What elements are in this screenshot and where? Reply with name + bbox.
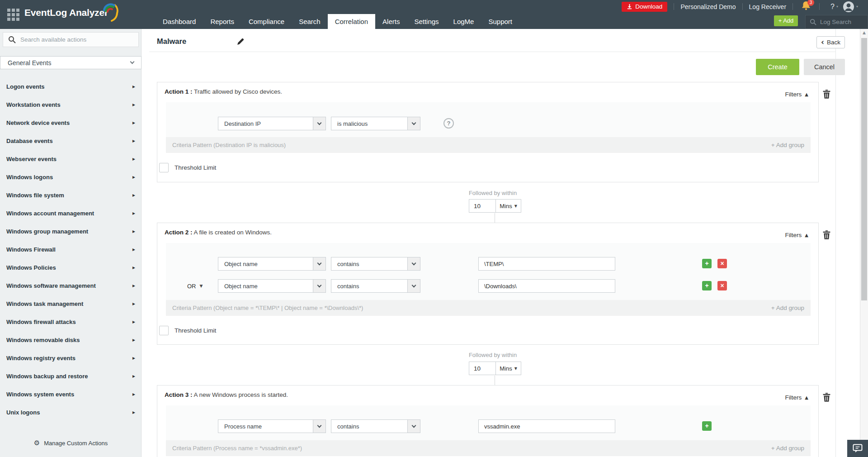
sidebar-item-windows-logons[interactable]: Windows logons▸ — [0, 168, 142, 186]
log-search-box[interactable] — [805, 15, 868, 29]
sidebar-item-windows-task-management[interactable]: Windows task management▸ — [0, 295, 142, 313]
user-menu[interactable]: ▾ — [843, 1, 860, 13]
tab-correlation[interactable]: Correlation — [328, 14, 375, 29]
filters-label: Filters — [785, 232, 802, 238]
sidebar-search-box[interactable] — [3, 32, 139, 47]
log-receiver-link[interactable]: Log Receiver — [749, 3, 787, 10]
sidebar-item-windows-backup-and-restore[interactable]: Windows backup and restore▸ — [0, 367, 142, 385]
filters-toggle[interactable]: Filters ▲ — [785, 91, 808, 98]
value-input[interactable] — [478, 279, 615, 293]
followed-by-unit-select[interactable]: Mins ▼ — [495, 199, 521, 213]
sidebar-item-windows-software-management[interactable]: Windows software management▸ — [0, 276, 142, 295]
notifications-button[interactable]: 3 — [802, 1, 810, 12]
sidebar-item-database-events[interactable]: Database events▸ — [0, 132, 142, 150]
sidebar-item-label: Windows file system — [6, 192, 64, 199]
filters-toggle[interactable]: Filters ▲ — [785, 394, 808, 401]
chevron-up-icon: ▲ — [805, 395, 808, 400]
followed-by-unit-select[interactable]: Mins ▼ — [495, 362, 521, 375]
tab-alerts[interactable]: Alerts — [375, 14, 407, 29]
delete-action-button[interactable] — [823, 90, 830, 99]
add-condition-button[interactable]: + — [702, 259, 712, 268]
criteria-strip: Criteria Pattern (Destination IP is mali… — [166, 137, 811, 153]
tab-settings[interactable]: Settings — [407, 14, 446, 29]
delete-action-button[interactable] — [823, 230, 830, 239]
sidebar-item-label: Windows registry events — [6, 355, 75, 362]
sidebar-item-windows-group-management[interactable]: Windows group management▸ — [0, 222, 142, 240]
manage-custom-actions-button[interactable]: ⚙ Manage Custom Actions — [0, 435, 142, 451]
filters-label: Filters — [785, 394, 802, 401]
add-group-button[interactable]: + Add group — [771, 142, 804, 148]
sidebar-item-windows-file-system[interactable]: Windows file system▸ — [0, 186, 142, 204]
tab-dashboard[interactable]: Dashboard — [156, 14, 203, 29]
tab-support[interactable]: Support — [481, 14, 519, 29]
rule-title: Malware — [157, 37, 186, 46]
scrollbar-thumb[interactable] — [861, 38, 867, 300]
sidebar-item-windows-firewall[interactable]: Windows Firewall▸ — [0, 240, 142, 258]
delete-action-button[interactable] — [823, 393, 830, 402]
operator-select[interactable]: is malicious — [331, 117, 420, 130]
sidebar-item-windows-firewall-attacks[interactable]: Windows firewall attacks▸ — [0, 313, 142, 331]
field-select[interactable]: Object name — [218, 257, 326, 271]
field-select[interactable]: Object name — [218, 279, 326, 293]
action-header: Action 3 : A new Windows process is star… — [165, 391, 288, 398]
add-condition-button[interactable]: + — [702, 421, 712, 431]
sidebar-item-workstation-events[interactable]: Workstation events▸ — [0, 95, 142, 114]
operator-select[interactable]: contains — [331, 279, 420, 293]
event-category-select[interactable]: General Events — [0, 56, 142, 69]
followed-by-value-input[interactable] — [469, 362, 496, 375]
sidebar-item-network-device-events[interactable]: Network device events▸ — [0, 114, 142, 132]
edit-title-icon[interactable] — [237, 38, 244, 45]
tab-search[interactable]: Search — [292, 14, 328, 29]
scrollbar-up-arrow[interactable]: ▲ — [860, 30, 868, 35]
value-input[interactable] — [478, 257, 615, 271]
or-join-select[interactable]: OR ▼ — [187, 279, 203, 293]
create-button[interactable]: Create — [756, 59, 799, 75]
filters-toggle[interactable]: Filters ▲ — [785, 232, 808, 238]
sidebar-search-input[interactable] — [20, 36, 129, 43]
cancel-button[interactable]: Cancel — [804, 59, 845, 75]
operator-select[interactable]: contains — [331, 257, 420, 271]
remove-condition-button[interactable]: × — [717, 281, 727, 290]
operator-select[interactable]: contains — [331, 419, 420, 433]
sidebar-item-label: Database events — [6, 138, 53, 144]
sidebar-item-webserver-events[interactable]: Webserver events▸ — [0, 150, 142, 168]
value-input[interactable] — [478, 419, 615, 433]
download-button[interactable]: Download — [622, 2, 667, 12]
help-menu[interactable]: ? — [830, 3, 835, 11]
remove-condition-button[interactable]: × — [717, 259, 727, 268]
sidebar-item-unix-logons[interactable]: Unix logons▸ — [0, 403, 142, 421]
log-search-input[interactable] — [820, 19, 863, 25]
followed-by-value-input[interactable] — [469, 199, 496, 213]
separator — [819, 3, 820, 10]
add-group-button[interactable]: + Add group — [771, 445, 804, 452]
apps-grid-icon[interactable] — [7, 9, 19, 21]
field-select[interactable]: Destination IP — [218, 117, 326, 130]
sidebar-item-windows-registry-events[interactable]: Windows registry events▸ — [0, 349, 142, 367]
or-join-value: OR — [187, 283, 196, 290]
add-condition-button[interactable]: + — [702, 281, 712, 290]
tab-compliance[interactable]: Compliance — [241, 14, 292, 29]
separator — [742, 3, 743, 10]
tab-logme[interactable]: LogMe — [446, 14, 481, 29]
field-select[interactable]: Process name — [218, 419, 326, 433]
add-group-button[interactable]: + Add group — [771, 305, 804, 311]
sidebar-item-windows-account-management[interactable]: Windows account management▸ — [0, 204, 142, 222]
chat-support-button[interactable] — [847, 440, 868, 457]
add-button[interactable]: + Add — [774, 15, 798, 26]
sidebar-item-windows-removable-disks[interactable]: Windows removable disks▸ — [0, 331, 142, 349]
tab-reports[interactable]: Reports — [203, 14, 241, 29]
sidebar-item-label: Windows account management — [6, 210, 94, 217]
download-icon — [627, 4, 632, 10]
chevron-right-icon: ▸ — [132, 264, 135, 271]
title-divider — [149, 52, 835, 52]
sidebar-item-windows-system-events[interactable]: Windows system events▸ — [0, 385, 142, 403]
help-icon[interactable]: ? — [443, 118, 454, 129]
sidebar-item-logon-events[interactable]: Logon events▸ — [0, 77, 142, 95]
caret-down-icon: ▼ — [514, 204, 517, 208]
threshold-checkbox[interactable] — [159, 326, 169, 335]
threshold-checkbox[interactable] — [159, 163, 169, 172]
sidebar-item-windows-policies[interactable]: Windows Policies▸ — [0, 258, 142, 276]
back-button[interactable]: ‹ Back — [816, 36, 845, 48]
personalized-demo-link[interactable]: Personalized Demo — [680, 3, 736, 10]
scrollbar-track[interactable]: ▲ — [860, 29, 868, 457]
